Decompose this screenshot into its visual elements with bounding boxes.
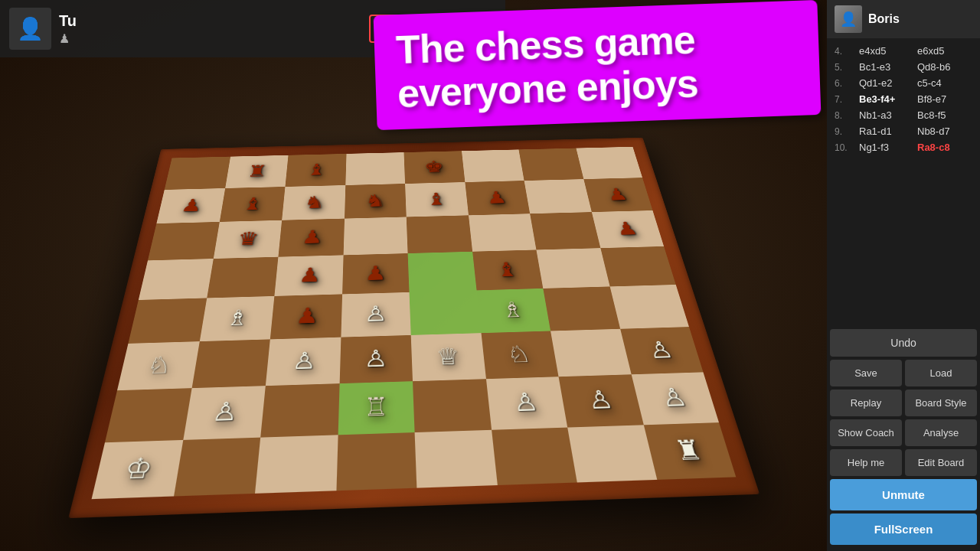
cell-h7[interactable]: ♟ — [583, 178, 653, 212]
cell-b8[interactable]: ♜ — [225, 155, 289, 188]
cell-d6[interactable] — [343, 217, 407, 255]
cell-d4[interactable]: ♙ — [341, 292, 411, 337]
cell-h3[interactable]: ♙ — [620, 327, 704, 375]
cell-f2[interactable]: ♙ — [485, 377, 567, 429]
cell-f4[interactable]: ♗ — [476, 289, 550, 333]
cell-f5[interactable]: ♝ — [472, 249, 544, 290]
move-white-5: Bc1-e3 — [859, 61, 914, 73]
cell-a3[interactable]: ♘ — [117, 341, 199, 390]
cell-d5[interactable]: ♟ — [342, 253, 410, 295]
unmute-button[interactable]: Unmute — [830, 479, 977, 510]
move-black-6: c5-c4 — [917, 77, 972, 89]
cell-b6[interactable]: ♛ — [213, 220, 282, 259]
cell-g6[interactable] — [530, 212, 600, 249]
cell-a1[interactable]: ♔ — [92, 439, 183, 499]
cell-g3[interactable] — [550, 328, 631, 377]
piece-rc8: ♝ — [285, 154, 346, 187]
cell-g4[interactable] — [543, 286, 619, 331]
cell-c2[interactable] — [260, 383, 339, 437]
save-button[interactable]: Save — [830, 360, 902, 386]
promo-text: The chess game everyone enjoys — [395, 15, 799, 116]
cell-d7[interactable]: ♞ — [345, 184, 407, 219]
cell-g5[interactable] — [536, 248, 609, 289]
piece-wd4: ♙ — [341, 292, 411, 337]
fullscreen-button[interactable]: FullScreen — [830, 514, 977, 545]
cell-c8[interactable]: ♝ — [285, 154, 346, 187]
cell-e7[interactable]: ♝ — [405, 182, 469, 217]
board-grid[interactable]: ♜ ♝ ♚ ♟ ♝ ♞ ♞ ♝ ♟ ♟ ♛ ♟ — [92, 147, 737, 499]
cell-e1[interactable] — [415, 429, 498, 487]
piece-rb7: ♝ — [219, 187, 285, 222]
cell-e4[interactable] — [410, 290, 481, 334]
move-num-5: 5. — [835, 62, 856, 73]
cell-e8[interactable]: ♚ — [404, 151, 465, 183]
cell-e3[interactable]: ♕ — [411, 333, 486, 381]
piece-we3: ♕ — [411, 333, 486, 381]
cell-h2[interactable]: ♙ — [631, 372, 719, 424]
cell-c6[interactable]: ♟ — [278, 219, 344, 257]
chess-board-3d[interactable]: ♜ ♝ ♚ ♟ ♝ ♞ ♞ ♝ ♟ ♟ ♛ ♟ — [92, 147, 737, 499]
cell-b3[interactable] — [191, 339, 270, 388]
cell-c1[interactable] — [255, 435, 338, 494]
promo-banner: The chess game everyone enjoys — [374, 0, 822, 130]
cell-d3[interactable]: ♙ — [339, 335, 413, 384]
show-coach-button[interactable]: Show Coach — [830, 419, 902, 446]
cell-e5[interactable] — [408, 251, 477, 292]
cell-f7[interactable]: ♟ — [465, 181, 530, 216]
move-num-10: 10. — [835, 142, 856, 153]
cell-a5[interactable] — [139, 259, 214, 300]
cell-f8[interactable] — [462, 149, 524, 181]
cell-g8[interactable] — [518, 148, 583, 181]
cell-a6[interactable] — [148, 222, 219, 260]
board-style-button[interactable]: Board Style — [905, 390, 977, 416]
load-button[interactable]: Load — [905, 360, 977, 386]
cell-g1[interactable] — [567, 425, 657, 483]
cell-b1[interactable] — [174, 437, 261, 496]
piece-wb2: ♙ — [183, 386, 266, 439]
cell-d2[interactable]: ♖ — [338, 381, 414, 435]
analyse-button[interactable]: Analyse — [905, 419, 977, 446]
move-row-8: 8. Nb1-a3 Bc8-f5 — [830, 107, 977, 123]
edit-board-button[interactable]: Edit Board — [905, 449, 977, 476]
player-avatar: 👤 — [9, 8, 51, 50]
cell-a4[interactable] — [129, 298, 207, 343]
cell-h4[interactable] — [609, 285, 689, 328]
cell-c4[interactable]: ♟ — [270, 294, 342, 339]
piece-wf2: ♙ — [485, 377, 567, 429]
cell-b5[interactable] — [207, 256, 279, 298]
cell-c5[interactable]: ♟ — [274, 255, 343, 296]
cell-a7[interactable]: ♟ — [156, 188, 224, 223]
cell-b2[interactable]: ♙ — [183, 386, 266, 439]
cell-e2[interactable] — [413, 379, 492, 432]
piece-rb8: ♜ — [225, 155, 289, 188]
cell-c7[interactable]: ♞ — [282, 185, 345, 220]
replay-button[interactable]: Replay — [830, 390, 902, 416]
cell-h8[interactable] — [576, 147, 642, 179]
cell-e6[interactable] — [407, 215, 472, 253]
cell-c3[interactable]: ♙ — [266, 337, 341, 386]
undo-button[interactable]: Undo — [830, 329, 977, 357]
move-list: 4. e4xd5 e6xd5 5. Bc1-e3 Qd8-b6 6. Qd1-e… — [827, 38, 980, 326]
move-row-9: 9. Ra1-d1 Nb8-d7 — [830, 123, 977, 139]
help-me-button[interactable]: Help me — [830, 449, 902, 476]
move-white-8: Nb1-a3 — [859, 109, 914, 121]
cell-b7[interactable]: ♝ — [219, 187, 285, 222]
cell-d8[interactable] — [345, 152, 405, 185]
right-panel: 👤 Boris 4. e4xd5 e6xd5 5. Bc1-e3 Qd8-b6 … — [827, 0, 980, 551]
cell-b4[interactable]: ♗ — [199, 296, 274, 341]
promo-line2: everyone enjoys — [397, 61, 698, 116]
cell-g7[interactable] — [524, 179, 592, 214]
cell-a8[interactable] — [165, 157, 230, 190]
cell-h6[interactable]: ♟ — [591, 210, 664, 248]
cell-f3[interactable]: ♘ — [481, 331, 559, 379]
cell-f1[interactable] — [492, 427, 577, 485]
cell-a2[interactable] — [105, 388, 191, 442]
cell-g2[interactable]: ♙ — [559, 374, 644, 427]
cell-f6[interactable] — [469, 214, 537, 251]
piece-ra7: ♟ — [156, 188, 224, 223]
move-row-6: 6. Qd1-e2 c5-c4 — [830, 75, 977, 91]
piece-rd7: ♞ — [345, 184, 407, 219]
cell-d1[interactable] — [336, 432, 416, 491]
cell-h5[interactable] — [600, 246, 676, 287]
piece-rc7: ♞ — [282, 185, 345, 220]
